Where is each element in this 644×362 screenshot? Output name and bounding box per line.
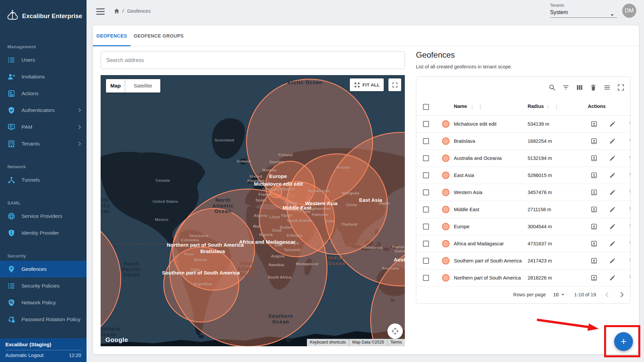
next-page-button[interactable] [618,291,626,298]
table-row[interactable]: Bratislava1682254 m [416,133,630,150]
sidebar-item-service-providers[interactable]: Service Providers [0,208,87,225]
delete-button[interactable] [589,83,597,92]
fit-all-button[interactable]: FIT ALL [350,78,384,91]
sort-icon[interactable] [545,104,551,110]
delete-button[interactable] [628,206,631,213]
delete-button[interactable] [628,274,631,282]
column-menu-icon[interactable] [477,104,483,110]
delete-button[interactable] [628,240,631,247]
tenants-select[interactable]: System [550,9,568,15]
sidebar-item-authenticators[interactable]: Authenticators [0,102,87,119]
attribution-terms[interactable]: Terms [387,339,405,346]
sidebar-item-pam[interactable]: PAM [0,119,87,135]
preview-button[interactable] [590,189,598,196]
sidebar-item-network-policy[interactable]: Network Policy [0,294,87,311]
map-type-satellite-button[interactable]: Satellite [125,79,160,93]
density-button[interactable] [603,83,611,92]
edit-button[interactable] [609,172,616,179]
preview-button[interactable] [590,172,598,179]
add-geofence-fab[interactable]: + [614,332,633,351]
previous-page-button[interactable] [603,291,611,298]
table-row[interactable]: Australia and Oceania5132194 m [416,150,630,167]
sidebar-item-security-policies[interactable]: Security Policies [0,278,87,294]
delete-button[interactable] [628,155,631,162]
table-row[interactable]: Middle East2711158 m [416,201,630,218]
sort-icon[interactable] [469,104,475,110]
map-type-map-button[interactable]: Map [106,79,125,93]
sidebar-item-invitations[interactable]: Invitations [0,68,87,85]
avatar[interactable]: DM [622,4,636,18]
columns-button[interactable] [576,83,584,92]
attribution-keyboard-shortcuts[interactable]: Keyboard shortcuts [307,339,349,346]
filter-button[interactable] [562,83,570,92]
row-checkbox[interactable] [423,189,429,195]
edit-button[interactable] [609,137,616,145]
sidebar-item-label: PAM [21,124,32,130]
sidebar-item-tenants[interactable]: Tenants [0,135,87,152]
delete-button[interactable] [628,223,631,230]
map[interactable]: Arctic OceanNorthAtlanticOceanNorthPacif… [101,75,405,346]
sidebar-item-password-rotation-policy[interactable]: Password Rotation Policy [0,311,87,328]
country-label: Türkiye [284,201,298,205]
fullscreen-button[interactable] [617,83,625,92]
edit-button[interactable] [609,206,616,213]
preview-button[interactable] [590,240,598,247]
preview-button[interactable] [590,137,598,145]
rows-per-page-select[interactable]: 10 [553,292,559,297]
column-menu-icon[interactable] [553,104,559,110]
table-row[interactable]: Northern part of South America2818226 m [416,269,630,287]
preview-button[interactable] [590,120,598,128]
row-checkbox[interactable] [423,138,429,144]
preview-button[interactable] [590,257,598,264]
delete-button[interactable] [628,120,631,128]
search-address-input[interactable] [101,51,405,69]
row-checkbox[interactable] [423,121,429,127]
geofence-name: Australia and Oceania [454,156,502,161]
select-all-checkbox[interactable] [423,104,429,110]
row-checkbox[interactable] [423,172,429,178]
sidebar-item-actions[interactable]: Actions [0,85,87,102]
preview-button[interactable] [590,206,598,213]
delete-button[interactable] [628,172,631,179]
attribution-map-data-2025[interactable]: Map Data ©2025 [349,339,387,346]
preview-button[interactable] [590,274,598,282]
edit-button[interactable] [609,223,616,230]
rows-per-page-caret-icon[interactable] [559,291,566,298]
sidebar-item-tunnels[interactable]: Tunnels [0,172,87,188]
row-checkbox[interactable] [423,224,429,230]
sidebar-item-users[interactable]: Users [0,52,87,68]
edit-button[interactable] [609,120,616,128]
row-checkbox[interactable] [423,275,429,281]
sidebar-item-geofences[interactable]: Geofences [0,261,87,278]
table-row[interactable]: Western Asia3457476 m [416,184,630,201]
sidebar-item-identity-provider[interactable]: Identity Provider [0,225,87,241]
delete-button[interactable] [628,257,631,264]
map-fullscreen-button[interactable] [388,78,401,91]
edit-button[interactable] [609,274,616,282]
geofence-radius: 2818226 m [528,275,552,281]
table-row[interactable]: Africa and Madagascar4731637 m [416,235,630,252]
map-pan-control[interactable] [387,323,403,339]
preview-button[interactable] [590,155,598,162]
node-icon [7,176,15,184]
row-checkbox[interactable] [423,206,429,213]
table-row[interactable]: Michalovce edit edit534139 m [416,116,630,133]
delete-button[interactable] [628,137,631,145]
row-checkbox[interactable] [423,241,429,247]
edit-button[interactable] [609,189,616,196]
delete-button[interactable] [628,189,631,196]
tab-geofences[interactable]: GEOFENCES [93,25,130,46]
row-checkbox[interactable] [423,155,429,161]
search-button[interactable] [548,83,556,92]
preview-button[interactable] [590,223,598,230]
table-row[interactable]: Europe3004544 m [416,218,630,235]
tab-geofence-groups[interactable]: GEOFENCE GROUPS [130,25,187,46]
home-icon[interactable] [113,8,120,14]
row-checkbox[interactable] [423,258,429,264]
table-row[interactable]: Southern part of South America2417423 m [416,252,630,269]
edit-button[interactable] [609,155,616,162]
edit-button[interactable] [609,240,616,247]
table-row[interactable]: East Asia5286015 m [416,167,630,184]
menu-toggle-button[interactable] [96,8,105,15]
edit-button[interactable] [609,257,616,264]
